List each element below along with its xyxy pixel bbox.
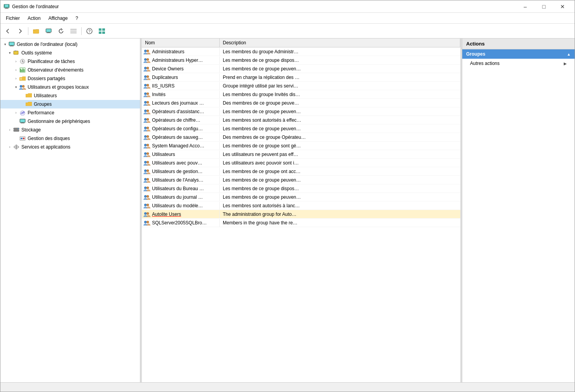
folder-button[interactable] [30, 26, 42, 37]
svg-point-75 [147, 144, 149, 146]
help-button[interactable]: ? [84, 26, 95, 37]
list-row[interactable]: SQLServer2005SQLBro…Members in the group… [142, 219, 460, 227]
list-row[interactable]: Utilisateurs de gestion…Les membres de c… [142, 167, 460, 176]
list-row[interactable]: Utilisateurs du journal …Les membres de … [142, 193, 460, 201]
services-icon [13, 144, 20, 150]
list-row[interactable]: DuplicateursPrend en charge la réplicati… [142, 73, 460, 82]
observateur-arrow[interactable]: › [13, 68, 19, 72]
tree-item-utilisateurs[interactable]: Utilisateurs [0, 91, 140, 100]
gestion-disques-arrow [13, 136, 19, 140]
list-row[interactable]: IIS_IUSRSGroupe intégré utilisé par les … [142, 82, 460, 90]
minimize-button[interactable]: – [516, 0, 534, 13]
dossiers-arrow[interactable]: › [13, 77, 19, 80]
list-row[interactable]: UtilisateursLes utilisateurs ne peuvent … [142, 150, 460, 159]
back-button[interactable] [2, 26, 14, 37]
actions-section-groupes[interactable]: Groupes ▲ [462, 49, 575, 59]
list-row[interactable]: Lecteurs des journaux …Des membres de ce… [142, 99, 460, 107]
tree-item-utilisateurs-groupes[interactable]: ▾ Utilisateurs et groupes locaux [0, 83, 140, 91]
refresh-button[interactable] [55, 26, 67, 37]
actions-header: Actions [462, 38, 575, 49]
menu-fichier[interactable]: Fichier [2, 14, 24, 23]
list-row[interactable]: System Managed Acco…Les membres de ce gr… [142, 142, 460, 150]
col-header-nom[interactable]: Nom [142, 38, 220, 47]
performance-icon [19, 110, 26, 116]
list-row[interactable]: Utilisateurs du Bureau …Les membres de c… [142, 184, 460, 193]
tree-item-performance[interactable]: › Performance [0, 108, 140, 117]
group-row-icon [143, 211, 150, 217]
svg-point-68 [144, 118, 147, 121]
stockage-label: Stockage [21, 127, 41, 133]
toolbar: ? [0, 24, 575, 38]
tree-item-dossiers[interactable]: › Dossiers partagés [0, 74, 140, 83]
title-bar: Gestion de l'ordinateur – □ ✕ [0, 0, 575, 13]
view-button[interactable] [96, 26, 108, 37]
maximize-button[interactable]: □ [535, 0, 553, 13]
group-row-icon [143, 108, 150, 115]
svg-rect-29 [23, 68, 23, 72]
planificateur-arrow[interactable]: › [13, 60, 19, 63]
tree-root[interactable]: ▾ Gestion de l'ordinateur (local) [0, 40, 140, 49]
list-row[interactable]: AdministrateursLes membres du groupe Adm… [142, 47, 460, 56]
root-arrow[interactable]: ▾ [2, 42, 8, 46]
list-button[interactable] [68, 26, 79, 37]
tree-item-planificateur[interactable]: › Planificateur de tâches [0, 57, 140, 66]
tree-item-gestion-disques[interactable]: Gestion des disques [0, 134, 140, 143]
col-name-cell: Utilisateurs du modèle… [142, 202, 220, 210]
col-name-cell: Duplicateurs [142, 74, 220, 81]
tree-item-gestionnaire[interactable]: Gestionnaire de périphériques [0, 117, 140, 126]
row-name-label: Opérateurs de chiffre… [152, 117, 201, 123]
outils-label: Outils système [21, 50, 52, 56]
group-row-icon [143, 168, 150, 175]
tree-panel: ▾ Gestion de l'ordinateur (local) ▾ Outi… [0, 38, 140, 382]
center-panel: Nom Description AdministrateursLes membr… [142, 38, 460, 382]
svg-point-91 [147, 212, 149, 215]
services-arrow[interactable]: › [7, 145, 13, 149]
performance-arrow[interactable]: › [13, 111, 19, 115]
svg-rect-7 [47, 32, 50, 33]
svg-text:?: ? [88, 29, 91, 33]
svg-point-92 [144, 221, 147, 223]
tree-item-outils-systeme[interactable]: ▾ Outils système [0, 49, 140, 57]
svg-rect-19 [9, 42, 14, 45]
actions-panel: Actions Groupes ▲ Autres actions ▶ [462, 38, 575, 382]
list-row[interactable]: Administrateurs Hyper…Les membres de ce … [142, 56, 460, 65]
close-button[interactable]: ✕ [554, 0, 572, 13]
svg-rect-40 [14, 130, 19, 131]
list-row[interactable]: Opérateurs d'assistanc…Les membres de ce… [142, 107, 460, 116]
list-row[interactable]: Utilisateurs du modèle…Les membres sont … [142, 201, 460, 210]
list-row[interactable]: Autolite UsersThe administration group f… [142, 210, 460, 219]
menu-aide[interactable]: ? [72, 14, 82, 23]
menu-action[interactable]: Action [24, 14, 44, 23]
row-name-label: Utilisateurs de l'Analys… [152, 177, 203, 183]
list-row[interactable]: Opérateurs de configu…Les membres de ce … [142, 124, 460, 133]
outils-arrow[interactable]: ▾ [7, 51, 13, 55]
svg-rect-21 [10, 46, 14, 46]
utilisateurs-groupes-arrow[interactable]: ▾ [13, 85, 19, 89]
row-name-label: Invités [152, 92, 166, 97]
svg-rect-1 [5, 5, 8, 7]
list-row[interactable]: Device OwnersLes membres de ce groupe pe… [142, 65, 460, 73]
group-row-icon [143, 83, 150, 89]
svg-point-85 [147, 187, 149, 189]
svg-rect-11 [70, 32, 77, 33]
list-row[interactable]: Utilisateurs avec pouv…Les utilisateurs … [142, 159, 460, 167]
list-row[interactable]: Opérateurs de chiffre…Les membres sont a… [142, 116, 460, 124]
computer-button[interactable] [43, 26, 54, 37]
forward-button[interactable] [14, 26, 26, 37]
list-row[interactable]: InvitésLes membres du groupe Invités dis… [142, 90, 460, 99]
stockage-arrow[interactable]: › [7, 128, 13, 132]
utilisateurs-groupes-icon [19, 84, 26, 90]
tree-item-services[interactable]: › Services et applications [0, 143, 140, 151]
row-name-label: Utilisateurs du journal … [152, 194, 203, 200]
tree-item-stockage[interactable]: › Stockage [0, 126, 140, 134]
col-name-cell: Utilisateurs de l'Analys… [142, 176, 220, 184]
menu-affichage[interactable]: Affichage [44, 14, 72, 23]
list-row[interactable]: Utilisateurs de l'Analys…Les membres de … [142, 176, 460, 184]
observateur-label: Observateur d'événements [28, 67, 84, 73]
list-row[interactable]: Opérateurs de sauveg…Des membres de ce g… [142, 133, 460, 142]
group-row-icon [143, 100, 150, 106]
col-header-desc[interactable]: Description [220, 38, 460, 47]
actions-sub-autres[interactable]: Autres actions ▶ [462, 59, 575, 68]
tree-item-groupes[interactable]: Groupes [0, 100, 140, 108]
tree-item-observateur[interactable]: › Observateur d'événements [0, 66, 140, 74]
